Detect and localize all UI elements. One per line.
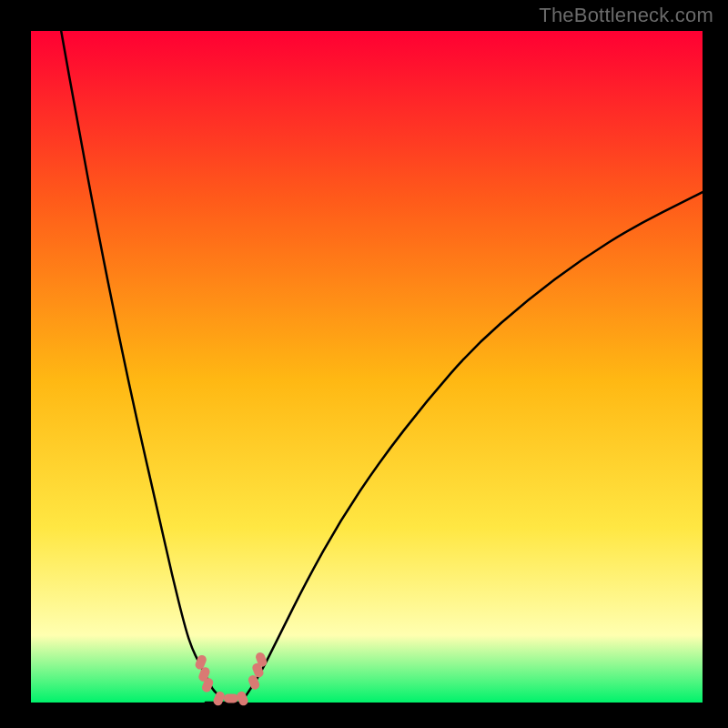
watermark-text: TheBottleneck.com	[539, 4, 713, 27]
gradient-panel	[31, 31, 703, 703]
marker-pill	[224, 694, 238, 703]
chart-root: TheBottleneck.com	[0, 0, 728, 728]
plot-svg	[0, 0, 728, 728]
